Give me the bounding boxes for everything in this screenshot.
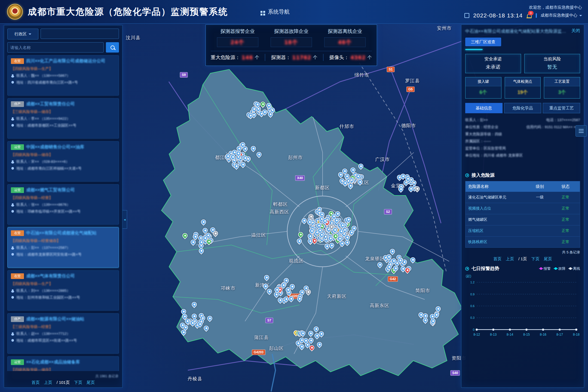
map-marker-none[interactable] bbox=[287, 295, 295, 302]
map-marker-green[interactable] bbox=[259, 100, 267, 108]
map-marker-none[interactable] bbox=[409, 256, 416, 264]
company-name[interactable]: 成都××工贸有限责任公司 bbox=[26, 101, 75, 107]
hazard-status: 正常 bbox=[551, 195, 580, 200]
map-marker-none[interactable] bbox=[203, 324, 210, 332]
map-marker-none[interactable] bbox=[389, 248, 396, 255]
svg-text:0: 0 bbox=[473, 328, 474, 331]
hazard-name[interactable]: 液化石油气储罐区单元 bbox=[465, 195, 528, 200]
notification-button[interactable]: 0 bbox=[526, 13, 532, 18]
map-marker-none[interactable] bbox=[316, 341, 323, 348]
map-marker-none[interactable] bbox=[191, 301, 198, 308]
detail-panel: 中石油××有限公司成都液化气储配站重大危险源监测详情 关闭 三维厂区巡查 安全承… bbox=[461, 24, 584, 388]
hazard-name[interactable]: 燃气储罐区 bbox=[465, 217, 528, 222]
counter-label: 接入罐 bbox=[465, 77, 501, 86]
map-marker-green[interactable] bbox=[297, 231, 305, 238]
info-left: 监管单位：区应急管理局 bbox=[465, 145, 506, 152]
map-marker-none[interactable] bbox=[422, 317, 429, 324]
location-icon bbox=[11, 296, 14, 299]
prev-page-link[interactable]: 上页 bbox=[44, 380, 52, 385]
first-page-link[interactable]: 首页 bbox=[493, 256, 501, 262]
company-name[interactable]: 四川××化工产品有限公司成都储运分公司 bbox=[26, 58, 105, 64]
section-dot-icon bbox=[465, 173, 469, 177]
map-marker-none[interactable] bbox=[250, 145, 257, 152]
hazard-row[interactable]: 压缩机区正常 bbox=[465, 225, 580, 236]
hazard-table-body: 液化石油气储罐区单元一级正常视频接入点位正常燃气储罐区正常压缩机区正常铁路栈桥区… bbox=[465, 192, 580, 247]
org-dropdown[interactable]: 成都市应急救援中心 bbox=[541, 13, 582, 18]
hazard-row[interactable]: 视频接入点位正常 bbox=[465, 203, 580, 214]
district-select[interactable]: 行政区 bbox=[7, 29, 38, 39]
safety-label: 安全承诺 bbox=[465, 54, 521, 63]
hazard-row[interactable]: 燃气储罐区正常 bbox=[465, 214, 580, 225]
company-name[interactable]: 成都××气体有限责任公司 bbox=[26, 273, 75, 279]
user-icon bbox=[11, 74, 14, 78]
map-marker-none[interactable] bbox=[200, 218, 207, 226]
company-card[interactable]: 在营中石油××有限公司成都液化气储配站【四级风险等级—经营储存】联系人：彭×× … bbox=[7, 227, 119, 268]
map-marker-none[interactable] bbox=[376, 261, 384, 268]
fullscreen-icon[interactable] bbox=[464, 13, 469, 18]
close-button[interactable]: 关闭 bbox=[571, 28, 580, 34]
stat-group-label: 探测器报警企业 bbox=[217, 28, 258, 35]
search-input[interactable] bbox=[7, 42, 104, 53]
map-marker-none[interactable] bbox=[328, 242, 335, 249]
company-sidebar: 行政区 在营四川××化工产品有限公司成都储运分公司【四级风险等级—生产】联系人：… bbox=[4, 25, 122, 388]
location-icon bbox=[11, 210, 14, 213]
tab-危险化学品[interactable]: 危险化学品 bbox=[504, 103, 541, 113]
detail-counter-box: 气体检测点19个 bbox=[505, 77, 541, 99]
company-name[interactable]: 中石油××有限公司成都液化气储配站 bbox=[26, 230, 97, 236]
map-marker-none[interactable] bbox=[255, 151, 263, 158]
prev-page-link[interactable]: 上页 bbox=[506, 256, 514, 262]
company-card[interactable]: 运营中国××成都销售分公司××油库【四级风险等级—储存】联系人：宋×× （028… bbox=[7, 141, 119, 182]
company-name[interactable]: 成都××能源有限公司××储油站 bbox=[26, 316, 84, 322]
section-dot-icon bbox=[465, 267, 469, 271]
company-card[interactable]: 在营四川××化工产品有限公司成都储运分公司【四级风险等级—生产】联系人：魏×× … bbox=[7, 55, 119, 96]
company-card[interactable]: 运营成都××燃气工贸有限公司【四级风险等级—经营】联系人：张×× （139×××… bbox=[7, 184, 119, 225]
map-marker-none[interactable] bbox=[296, 237, 303, 245]
hazard-name[interactable]: 铁路栈桥区 bbox=[465, 240, 528, 244]
stat-total-value: 146 bbox=[242, 54, 253, 61]
info-row: 单位地址：四川省·成都市·龙泉驿区 bbox=[465, 152, 580, 159]
tab-重点监管工艺[interactable]: 重点监管工艺 bbox=[543, 103, 580, 113]
stat-total: 摄像头：4362个 bbox=[329, 54, 372, 61]
company-card[interactable]: 运营××石化成都××成品油储备库【四级风险等级—储存】联系人：王×× （133×… bbox=[7, 356, 119, 371]
user-icon bbox=[11, 332, 14, 336]
company-name[interactable]: 中国××成都销售分公司××油库 bbox=[26, 144, 84, 150]
tab-基础信息[interactable]: 基础信息 bbox=[465, 103, 503, 113]
last-page-link[interactable]: 尾页 bbox=[544, 256, 552, 262]
hazard-name[interactable]: 视频接入点位 bbox=[465, 206, 528, 211]
user-icon bbox=[11, 160, 14, 164]
sidebar-collapse-button[interactable]: ◂ bbox=[122, 210, 127, 229]
stat-total: 探测器：11762个 bbox=[271, 54, 317, 61]
system-nav-button[interactable]: 系统导航 bbox=[261, 8, 290, 16]
grid-icon bbox=[261, 11, 262, 13]
company-name[interactable]: 成都××燃气工贸有限公司 bbox=[26, 187, 75, 193]
first-page-link[interactable]: 首页 bbox=[32, 380, 40, 385]
district-input[interactable] bbox=[41, 29, 119, 39]
last-page-link[interactable]: 尾页 bbox=[87, 380, 95, 385]
map-marker-none[interactable] bbox=[263, 274, 270, 281]
map-marker-none[interactable] bbox=[266, 288, 273, 295]
hazard-row[interactable]: 铁路栈桥区正常 bbox=[465, 236, 580, 247]
search-button[interactable] bbox=[106, 42, 119, 53]
factory-tour-button[interactable]: 三维厂区巡查 bbox=[465, 38, 501, 46]
map-marker-none[interactable] bbox=[357, 163, 365, 170]
map-marker-none[interactable] bbox=[313, 325, 320, 333]
company-card[interactable]: 在营成都××气体有限责任公司【四级风险等级—生产】联系人：刘×× （136×××… bbox=[7, 270, 119, 311]
map-marker-none[interactable] bbox=[198, 247, 205, 255]
next-page-link[interactable]: 下页 bbox=[74, 380, 82, 385]
current-risk-box: 当前风险 暂无 bbox=[524, 54, 580, 73]
company-name[interactable]: ××石化成都××成品油储备库 bbox=[26, 359, 80, 365]
company-card[interactable]: 停产成都××能源有限公司××储油站【三级风险等级—经营】联系人：赵×× （138… bbox=[7, 313, 119, 354]
counter-value: 19个 bbox=[505, 86, 541, 98]
map-marker-none[interactable] bbox=[206, 315, 213, 322]
hazard-row[interactable]: 液化石油气储罐区单元一级正常 bbox=[465, 192, 580, 203]
map-marker-none[interactable] bbox=[301, 217, 308, 224]
map-marker-none[interactable] bbox=[307, 330, 314, 337]
next-page-link[interactable]: 下页 bbox=[531, 256, 540, 262]
trend-legend-label: 故障 bbox=[558, 266, 565, 271]
company-risk-type: 【四级风险等级—生产】 bbox=[11, 281, 115, 286]
map-marker-green[interactable] bbox=[181, 232, 189, 240]
hazard-name[interactable]: 压缩机区 bbox=[465, 228, 528, 233]
stat-group-value: 24个 bbox=[231, 39, 244, 46]
panel-menu-button[interactable] bbox=[575, 125, 587, 137]
company-card[interactable]: 停产成都××工贸有限责任公司【三级风险等级—储存】联系人：李×× （135×××… bbox=[7, 98, 119, 139]
